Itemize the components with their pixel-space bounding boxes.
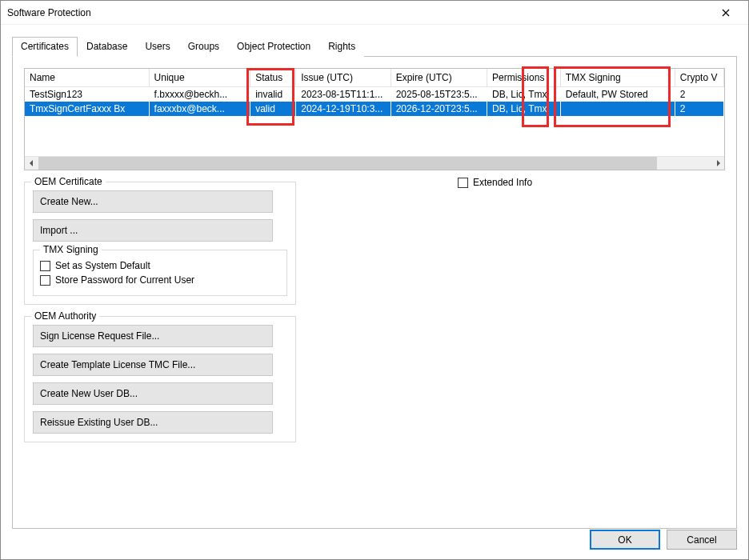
col-name[interactable]: Name: [25, 69, 149, 87]
set-default-checkbox[interactable]: [40, 261, 50, 271]
cancel-button[interactable]: Cancel: [667, 530, 737, 550]
software-protection-window: Software Protection Certificates Databas…: [0, 0, 749, 560]
col-permissions[interactable]: Permissions: [487, 69, 561, 87]
cell-name: TmxSignCertFaxxx Bx: [25, 102, 149, 116]
create-new-button[interactable]: Create New...: [33, 190, 273, 213]
chevron-right-icon: [715, 160, 721, 166]
col-status[interactable]: Status: [250, 69, 296, 87]
grid-header-row[interactable]: Name Unique Status Issue (UTC) Expire (U…: [25, 69, 724, 87]
cell-permissions: DB, Lic, Tmx: [487, 102, 561, 116]
client-area: Certificates Database Users Groups Objec…: [1, 25, 748, 529]
reissue-userdb-button[interactable]: Reissue Existing User DB...: [33, 411, 273, 434]
dialog-footer: OK Cancel: [590, 530, 737, 550]
extended-info-row: Extended Info: [458, 177, 532, 188]
col-tmx-signing[interactable]: TMX Signing: [560, 69, 675, 87]
cell-unique: faxxxbx@beck...: [149, 102, 250, 116]
grid-empty-space: [25, 116, 724, 156]
tabpage-certificates: Name Unique Status Issue (UTC) Expire (U…: [12, 57, 737, 529]
col-unique[interactable]: Unique: [149, 69, 250, 87]
tab-certificates[interactable]: Certificates: [12, 37, 78, 57]
cell-expire: 2026-12-20T23:5...: [391, 102, 487, 116]
cell-tmx-signing: Default, PW Stored: [560, 87, 675, 102]
close-button[interactable]: [710, 1, 742, 25]
set-default-label: Set as System Default: [55, 260, 150, 271]
scroll-right-button[interactable]: [711, 157, 724, 170]
cell-status: invalid: [250, 87, 296, 102]
tab-users[interactable]: Users: [136, 37, 178, 57]
tab-groups[interactable]: Groups: [179, 37, 228, 57]
create-template-button[interactable]: Create Template License TMC File...: [33, 354, 273, 376]
sign-license-button[interactable]: Sign License Request File...: [33, 325, 273, 347]
cell-unique: f.bxxxx@beckh...: [149, 87, 250, 102]
tmx-signing-legend: TMX Signing: [40, 244, 102, 255]
cell-status: valid: [250, 102, 296, 116]
tab-database[interactable]: Database: [78, 37, 136, 57]
store-password-label: Store Password for Current User: [55, 274, 194, 286]
grid-hscrollbar[interactable]: [25, 156, 724, 170]
chevron-left-icon: [29, 160, 35, 166]
tmx-signing-group: TMX Signing Set as System Default Store …: [33, 250, 287, 296]
tab-rights[interactable]: Rights: [319, 37, 364, 57]
cell-tmx-signing: [560, 102, 675, 116]
scroll-left-button[interactable]: [25, 157, 38, 170]
col-issue[interactable]: Issue (UTC): [296, 69, 391, 87]
extended-info-checkbox[interactable]: [458, 178, 468, 188]
oem-certificate-legend: OEM Certificate: [31, 176, 106, 187]
cell-name: TestSign123: [25, 87, 149, 102]
ok-button[interactable]: OK: [590, 530, 660, 550]
tabstrip: Certificates Database Users Groups Objec…: [12, 36, 737, 57]
cell-crypto-v: 2: [675, 87, 723, 102]
col-expire[interactable]: Expire (UTC): [391, 69, 487, 87]
cell-crypto-v: 2: [675, 102, 723, 116]
tab-object-protection[interactable]: Object Protection: [228, 37, 319, 57]
titlebar: Software Protection: [1, 1, 748, 25]
close-icon: [722, 9, 730, 17]
cell-expire: 2025-08-15T23:5...: [391, 87, 487, 102]
oem-certificate-group: OEM Certificate Create New... Import ...…: [24, 182, 296, 305]
oem-authority-group: OEM Authority Sign License Request File.…: [24, 316, 296, 442]
import-button[interactable]: Import ...: [33, 219, 273, 242]
scroll-thumb[interactable]: [38, 157, 657, 170]
cell-permissions: DB, Lic, Tmx: [487, 87, 561, 102]
set-default-row: Set as System Default: [40, 260, 280, 271]
window-title: Software Protection: [7, 7, 91, 18]
store-password-checkbox[interactable]: [40, 275, 50, 286]
table-row[interactable]: TmxSignCertFaxxx Bx faxxxbx@beck... vali…: [25, 102, 724, 116]
cell-issue: 2023-08-15T11:1...: [296, 87, 391, 102]
col-crypto-v[interactable]: Crypto V: [675, 69, 723, 87]
cell-issue: 2024-12-19T10:3...: [296, 102, 391, 116]
store-password-row: Store Password for Current User: [40, 274, 280, 286]
oem-authority-legend: OEM Authority: [31, 310, 99, 322]
create-userdb-button[interactable]: Create New User DB...: [33, 382, 273, 405]
certificates-grid[interactable]: Name Unique Status Issue (UTC) Expire (U…: [24, 68, 725, 170]
scroll-track[interactable]: [38, 157, 711, 170]
table-row[interactable]: TestSign123 f.bxxxx@beckh... invalid 202…: [25, 87, 724, 102]
extended-info-label: Extended Info: [473, 177, 532, 188]
